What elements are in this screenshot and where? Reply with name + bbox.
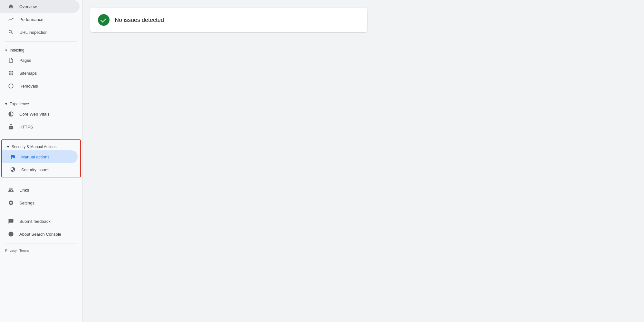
performance-label: Performance [19,17,43,22]
shield-icon [10,166,16,173]
sitemaps-label: Sitemaps [19,71,37,76]
sidebar-item-https[interactable]: HTTPS [0,120,80,133]
links-label: Links [19,188,29,193]
search-icon [8,29,14,35]
divider-2 [5,95,77,95]
sidebar-item-manual-actions[interactable]: Manual actions [2,150,78,163]
sidebar-item-settings[interactable]: Settings [0,196,80,209]
sidebar-item-core-web-vitals[interactable]: Core Web Vitals [0,108,80,120]
sidebar-item-performance[interactable]: Performance [0,13,80,26]
terms-link[interactable]: Terms [19,249,29,252]
flag-icon [10,154,16,160]
sidebar: Overview Performance URL inspection ▾ In… [0,0,82,322]
submit-feedback-label: Submit feedback [19,219,51,224]
divider-3 [5,136,77,136]
sidebar-item-removals[interactable]: Removals [0,80,80,92]
indexing-header-label: Indexing [10,48,24,52]
removals-label: Removals [19,84,38,89]
sidebar-item-submit-feedback[interactable]: Submit feedback [0,215,80,228]
indexing-section-header[interactable]: ▾ Indexing [0,45,82,54]
home-icon [8,3,14,10]
divider-6 [5,243,77,243]
chevron-down-security-icon: ▾ [7,145,9,149]
https-label: HTTPS [19,125,33,129]
security-manual-header-label: Security & Manual Actions [12,145,56,149]
sidebar-item-sitemaps[interactable]: Sitemaps [0,67,80,80]
feedback-icon [8,218,14,224]
privacy-link[interactable]: Privacy [5,249,17,252]
chevron-down-experience-icon: ▾ [5,102,7,106]
experience-section-header[interactable]: ▾ Experience [0,99,82,108]
url-inspection-label: URL inspection [19,30,48,35]
info-icon [8,231,14,237]
check-icon [98,14,110,26]
divider-4 [5,181,77,181]
chevron-down-icon: ▾ [5,48,7,52]
settings-label: Settings [19,201,34,205]
manual-actions-label: Manual actions [21,155,49,159]
sidebar-item-security-issues[interactable]: Security issues [2,163,78,176]
https-icon [8,124,14,130]
removals-icon [8,83,14,89]
sidebar-item-about[interactable]: About Search Console [0,228,80,241]
security-manual-section: ▾ Security & Manual Actions Manual actio… [1,139,81,177]
links-icon [8,187,14,193]
divider-5 [5,212,77,212]
pages-icon [8,57,14,63]
experience-header-label: Experience [10,102,29,106]
sitemaps-icon [8,70,14,76]
sidebar-item-pages[interactable]: Pages [0,54,80,67]
settings-icon [8,200,14,206]
status-message: No issues detected [115,17,164,24]
sidebar-item-overview[interactable]: Overview [0,0,80,13]
sidebar-item-links[interactable]: Links [0,184,80,196]
pages-label: Pages [19,58,31,63]
overview-label: Overview [19,4,37,9]
security-manual-section-header[interactable]: ▾ Security & Manual Actions [2,142,80,150]
core-web-vitals-icon [8,111,14,117]
security-issues-label: Security issues [21,167,49,172]
status-card: No issues detected [90,8,367,32]
about-label: About Search Console [19,232,61,237]
divider-1 [5,41,77,42]
performance-icon [8,16,14,23]
sidebar-item-url-inspection[interactable]: URL inspection [0,26,80,39]
main-content: No issues detected [82,0,644,322]
core-web-vitals-label: Core Web Vitals [19,112,49,117]
footer-links: Privacy Terms [0,246,82,255]
